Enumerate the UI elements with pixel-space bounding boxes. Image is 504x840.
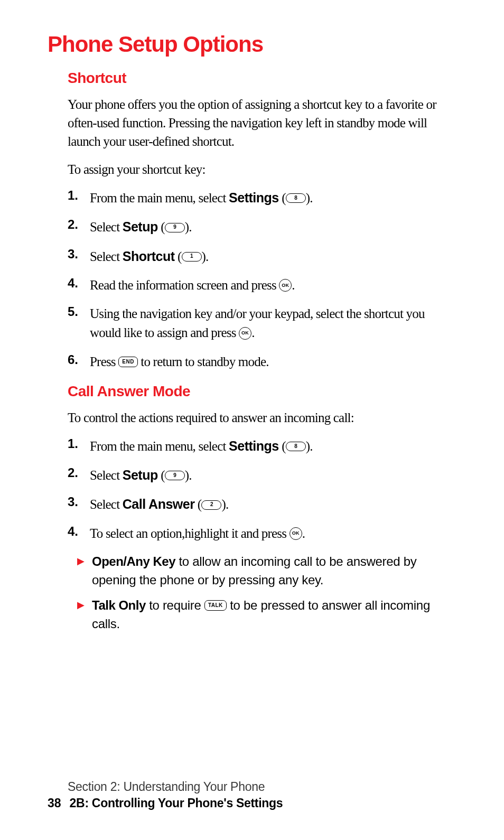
text: ( — [279, 191, 286, 205]
step-number: 1. — [68, 188, 90, 203]
step-text: To select an option,highlight it and pre… — [90, 524, 305, 543]
bold-label: Setup — [123, 219, 158, 234]
step-text: Select Setup (9). — [90, 217, 192, 237]
text: to return to standby mode. — [138, 354, 269, 369]
text: ( — [194, 497, 201, 511]
text: Select — [90, 249, 123, 264]
text: ). — [185, 220, 192, 234]
key-talk-icon: TALK — [204, 600, 227, 611]
key-end-icon: END — [118, 357, 138, 367]
text: ( — [175, 249, 182, 264]
key-9-icon: 9 — [165, 223, 185, 232]
text: Using the navigation key and/or your key… — [90, 306, 425, 340]
key-ok-icon: OK — [279, 279, 292, 292]
text: From the main menu, select — [90, 191, 229, 205]
step-item: 3. Select Shortcut (1). — [68, 247, 456, 266]
list-item: ▶ Talk Only to require TALK to be presse… — [77, 596, 456, 633]
page-title: Phone Setup Options — [48, 32, 456, 57]
call-answer-options: ▶ Open/Any Key to allow an incoming call… — [77, 553, 456, 633]
text: ( — [279, 439, 286, 453]
shortcut-steps: 1. From the main menu, select Settings (… — [68, 188, 456, 371]
step-item: 5. Using the navigation key and/or your … — [68, 304, 456, 343]
manual-page: Phone Setup Options Shortcut Your phone … — [0, 0, 504, 840]
bold-label: Talk Only — [92, 598, 146, 612]
text: . — [302, 526, 305, 540]
text: Read the information screen and press — [90, 278, 279, 292]
bullet-text: Open/Any Key to allow an incoming call t… — [92, 553, 456, 590]
step-text: Press END to return to standby mode. — [90, 352, 269, 371]
step-text: Select Shortcut (1). — [90, 247, 208, 266]
text: ). — [306, 439, 313, 453]
text: . — [292, 278, 294, 292]
triangle-icon: ▶ — [77, 596, 92, 611]
text: Select — [90, 468, 123, 482]
bold-label: Call Answer — [123, 497, 195, 511]
section-heading-shortcut: Shortcut — [68, 70, 456, 87]
bold-label: Setup — [123, 468, 158, 482]
text: . — [251, 325, 254, 340]
bold-label: Settings — [229, 438, 279, 453]
shortcut-lead: To assign your shortcut key: — [68, 160, 456, 179]
text: ). — [185, 468, 192, 482]
text: To select an option,highlight it and pre… — [90, 526, 290, 540]
step-number: 2. — [68, 465, 90, 480]
step-text: From the main menu, select Settings (8). — [90, 436, 313, 456]
section-label: Section 2: Understanding Your Phone — [68, 780, 456, 794]
step-text: Select Setup (9). — [90, 465, 192, 485]
call-answer-steps: 1. From the main menu, select Settings (… — [68, 436, 456, 543]
text: ( — [158, 468, 165, 482]
text: Select — [90, 220, 123, 234]
key-1-icon: 1 — [182, 252, 202, 262]
text: ). — [202, 249, 209, 264]
step-item: 2. Select Setup (9). — [68, 217, 456, 237]
list-item: ▶ Open/Any Key to allow an incoming call… — [77, 553, 456, 590]
section-heading-call-answer: Call Answer Mode — [68, 383, 456, 400]
bold-label: Open/Any Key — [92, 554, 175, 568]
bold-label: Settings — [229, 190, 279, 205]
step-number: 4. — [68, 276, 90, 291]
step-item: 1. From the main menu, select Settings (… — [68, 188, 456, 208]
step-item: 4. Read the information screen and press… — [68, 276, 456, 295]
step-item: 6. Press END to return to standby mode. — [68, 352, 456, 371]
step-item: 2. Select Setup (9). — [68, 465, 456, 485]
step-text: Select Call Answer (2). — [90, 494, 228, 514]
key-2-icon: 2 — [201, 500, 221, 510]
bold-label: Shortcut — [123, 249, 175, 264]
step-text: From the main menu, select Settings (8). — [90, 188, 313, 208]
text: Select — [90, 497, 123, 511]
step-item: 1. From the main menu, select Settings (… — [68, 436, 456, 456]
step-item: 3. Select Call Answer (2). — [68, 494, 456, 514]
triangle-icon: ▶ — [77, 553, 92, 567]
step-number: 3. — [68, 247, 90, 262]
text: to require — [146, 598, 204, 612]
step-text: Read the information screen and press OK… — [90, 276, 295, 295]
step-number: 6. — [68, 352, 90, 367]
text: Press — [90, 354, 118, 369]
step-number: 4. — [68, 524, 90, 539]
bullet-text: Talk Only to require TALK to be pressed … — [92, 596, 456, 633]
step-number: 2. — [68, 217, 90, 232]
call-answer-lead: To control the actions required to answe… — [68, 408, 456, 427]
text: ). — [221, 497, 228, 511]
step-number: 5. — [68, 304, 90, 319]
step-number: 1. — [68, 436, 90, 451]
key-9-icon: 9 — [165, 471, 185, 480]
shortcut-intro: Your phone offers you the option of assi… — [68, 95, 456, 151]
key-ok-icon: OK — [239, 327, 251, 340]
key-8-icon: 8 — [286, 442, 306, 451]
page-number: 38 — [48, 796, 61, 810]
key-ok-icon: OK — [290, 527, 302, 540]
step-item: 4. To select an option,highlight it and … — [68, 524, 456, 543]
step-text: Using the navigation key and/or your key… — [90, 304, 456, 343]
text: ( — [158, 220, 165, 234]
key-8-icon: 8 — [286, 193, 306, 203]
page-footer: Section 2: Understanding Your Phone 382B… — [48, 780, 456, 810]
chapter-label: 2B: Controlling Your Phone's Settings — [70, 796, 283, 810]
step-number: 3. — [68, 494, 90, 509]
text: From the main menu, select — [90, 439, 229, 453]
text: ). — [306, 191, 313, 205]
